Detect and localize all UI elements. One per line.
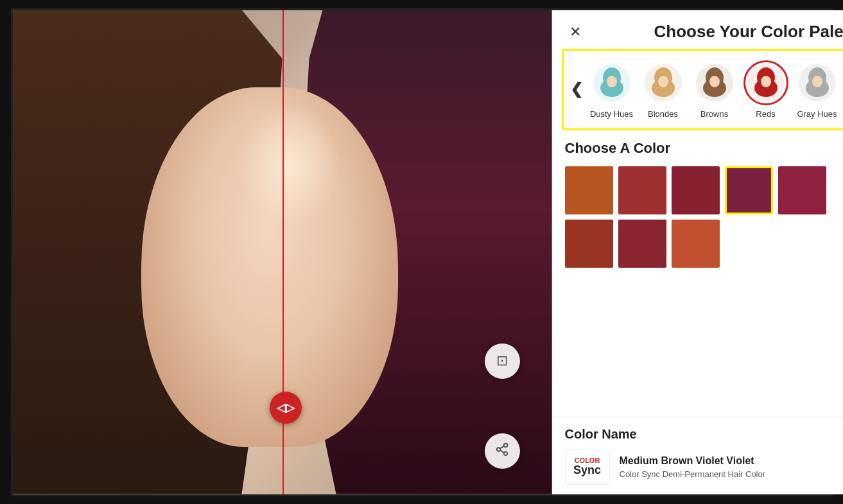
color-section: Choose A Color — [552, 140, 844, 274]
photo-panel: ⊡ ◁▷ — [13, 10, 552, 494]
drag-icon: ◁▷ — [277, 401, 295, 415]
drag-handle-button[interactable]: ◁▷ — [270, 392, 302, 424]
color-swatch-7[interactable] — [618, 220, 666, 268]
svg-point-12 — [658, 76, 668, 87]
panel-header: ✕ Choose Your Color Palette — [552, 10, 844, 49]
palette-items: Dusty Hues Blondes — [586, 57, 843, 122]
brand-sync-text: Sync — [573, 464, 601, 477]
share-icon — [495, 442, 509, 460]
browns-label: Browns — [700, 109, 728, 119]
svg-point-24 — [812, 76, 822, 87]
svg-point-1 — [497, 448, 501, 451]
right-panel: ✕ Choose Your Color Palette ❮ — [552, 10, 844, 494]
share-button[interactable] — [485, 433, 520, 469]
color-swatch-2[interactable] — [618, 166, 666, 214]
face-highlight — [238, 100, 340, 229]
color-info: Medium Brown Violet Violet Color Sync De… — [620, 455, 766, 479]
palette-item-reds[interactable]: Reds — [740, 57, 792, 122]
brand-logo: COLOR Sync — [565, 449, 610, 485]
browns-icon — [692, 60, 737, 105]
palette-item-dusty[interactable]: Dusty Hues — [586, 57, 638, 122]
main-container: ⊡ ◁▷ ✕ Choose Your Color Palette ❮ — [11, 8, 833, 496]
compare-icon: ⊡ — [496, 352, 508, 369]
svg-point-16 — [709, 76, 720, 87]
svg-point-0 — [504, 443, 508, 447]
color-swatch-1[interactable] — [565, 166, 613, 214]
color-product-name: Medium Brown Violet Violet — [620, 455, 766, 467]
choose-color-title: Choose A Color — [565, 140, 844, 157]
palette-item-blondes[interactable]: Blondes — [638, 57, 689, 122]
close-button[interactable]: ✕ — [565, 22, 586, 42]
blondes-icon — [641, 60, 686, 105]
svg-point-8 — [607, 76, 617, 87]
color-grid — [565, 166, 844, 268]
gray-hues-icon — [795, 60, 840, 105]
svg-line-4 — [500, 446, 504, 448]
color-name-detail: COLOR Sync Medium Brown Violet Violet Co… — [565, 449, 844, 485]
color-name-section: Color Name COLOR Sync Medium Brown Viole… — [552, 417, 844, 494]
close-icon: ✕ — [569, 24, 581, 40]
reds-icon — [743, 60, 788, 105]
palette-item-grayhues[interactable]: Gray Hues — [792, 57, 843, 122]
color-name-title: Color Name — [565, 427, 844, 442]
dusty-hues-label: Dusty Hues — [590, 109, 633, 119]
reds-label: Reds — [756, 109, 775, 119]
panel-title: Choose Your Color Palette — [654, 22, 843, 42]
compare-button[interactable]: ⊡ — [485, 343, 520, 379]
palette-item-browns[interactable]: Browns — [689, 57, 740, 122]
dusty-hues-icon — [589, 60, 634, 105]
palette-prev-button[interactable]: ❮ — [567, 80, 586, 98]
color-product-description: Color Sync Demi-Permanent Hair Color — [620, 469, 766, 479]
svg-point-2 — [504, 451, 508, 455]
color-swatch-5[interactable] — [778, 166, 826, 214]
palette-section: ❮ Dusty Hues — [562, 49, 844, 130]
color-swatch-4[interactable] — [725, 166, 773, 214]
gray-hues-label: Gray Hues — [797, 109, 837, 119]
color-swatch-3[interactable] — [672, 166, 720, 214]
svg-point-20 — [761, 76, 771, 87]
blondes-label: Blondes — [648, 109, 678, 119]
color-swatch-8[interactable] — [672, 220, 720, 268]
svg-line-3 — [500, 450, 504, 453]
color-swatch-6[interactable] — [565, 220, 613, 268]
